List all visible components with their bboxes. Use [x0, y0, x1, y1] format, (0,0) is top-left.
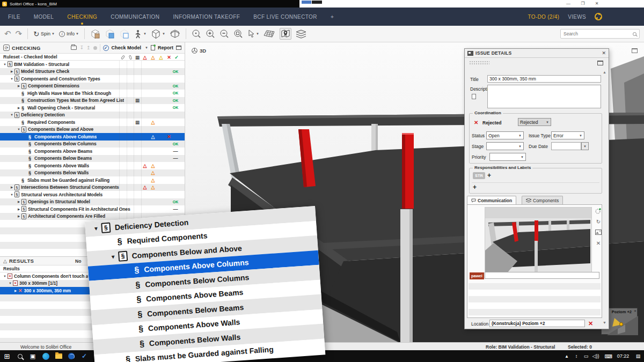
show-all-cube-icon[interactable]: [90, 29, 100, 39]
comment-input[interactable]: [485, 272, 599, 279]
rejected-column-icon[interactable]: ✕: [165, 54, 173, 61]
clear-location-icon[interactable]: ✕: [588, 320, 593, 327]
expander-icon[interactable]: [125, 285, 135, 285]
menu-item-bcf-live-connector[interactable]: BCF LIVE CONNECTOR: [253, 14, 317, 20]
checking-tree-row[interactable]: §Components Below ColumnsOK: [0, 141, 185, 148]
tray-chevron-icon[interactable]: ▲: [562, 350, 571, 362]
rejected-select[interactable]: Rejected▼: [518, 118, 551, 126]
expander-icon[interactable]: ▶: [16, 200, 21, 203]
expander-icon[interactable]: ▼: [9, 113, 14, 116]
tab-components[interactable]: Components: [522, 196, 563, 204]
edge-icon[interactable]: [40, 350, 52, 362]
spin-button[interactable]: ↻Spin▼: [33, 30, 55, 38]
minimap-close-icon[interactable]: ✕: [634, 309, 636, 313]
section-box-icon[interactable]: [170, 29, 180, 39]
view-cube-button[interactable]: ▼: [151, 29, 165, 39]
expander-icon[interactable]: ▼: [91, 225, 102, 232]
task-view-icon[interactable]: ▣: [27, 350, 39, 362]
expander-icon[interactable]: ▶: [9, 186, 14, 189]
due-date-input[interactable]: [551, 142, 581, 150]
checking-tree-row[interactable]: §High Walls Have Must Be Thick EnoughOK: [0, 90, 185, 97]
paperclip2-icon[interactable]: [127, 54, 134, 61]
expander-icon[interactable]: ▼: [16, 128, 21, 131]
search-input[interactable]: [564, 31, 633, 36]
description-doc-icon[interactable]: [472, 94, 476, 99]
layers-button[interactable]: [296, 29, 306, 39]
todo-button[interactable]: TO-DO (2/4): [528, 14, 560, 20]
zoom-in-button[interactable]: [206, 29, 215, 39]
start-button[interactable]: ⊞: [1, 350, 13, 362]
search-box[interactable]: [560, 29, 640, 39]
checking-tree-row[interactable]: ▶§Model Structure CheckOK: [0, 68, 185, 76]
solibri-menu-icon[interactable]: [595, 13, 602, 20]
taskbar-search-icon[interactable]: [14, 350, 26, 362]
file-explorer-icon[interactable]: [53, 350, 64, 362]
check-app-icon[interactable]: ✓: [78, 350, 90, 362]
tab-communication[interactable]: Communication: [467, 196, 516, 204]
severity-red-icon[interactable]: △: [141, 54, 149, 61]
expander-icon[interactable]: ▼: [2, 63, 8, 66]
menu-item-communication[interactable]: COMMUNICATION: [111, 14, 159, 20]
report-icon[interactable]: [151, 45, 155, 50]
due-date-picker-button[interactable]: ▼: [581, 142, 589, 150]
menu-item-information-takeoff[interactable]: INFORMATION TAKEOFF: [173, 14, 240, 20]
add-label-button[interactable]: +: [473, 183, 477, 191]
checking-tree-row[interactable]: §Slabs must be Guarded against Falling△: [0, 176, 185, 184]
checking-tree-row[interactable]: ▶§Component DimensionsOK: [0, 83, 185, 90]
checking-tree-row[interactable]: ▼§BIM Validation - Structural: [0, 61, 185, 68]
expander-icon[interactable]: [128, 329, 138, 330]
float-view-icon[interactable]: [632, 48, 638, 53]
transparent-cube-icon[interactable]: [119, 29, 129, 39]
redo-button[interactable]: ↷: [16, 29, 23, 39]
issue-details-close-icon[interactable]: ✕: [602, 50, 606, 56]
checking-tree-row[interactable]: §Components Above Walls△△: [0, 162, 185, 169]
checking-tree-row[interactable]: ▶§Structural Components Fit in Architect…: [0, 205, 185, 213]
zoom-window-button[interactable]: [233, 29, 243, 39]
undo-button[interactable]: ↶: [4, 29, 11, 39]
checking-tree-row[interactable]: ▼§Deficiency Detection: [0, 112, 185, 119]
minimize-button[interactable]: —: [562, 1, 574, 7]
issue-type-select[interactable]: Error▼: [551, 131, 584, 139]
checking-tree-row[interactable]: ▶§Wall Opening Check - StructuralOK: [0, 104, 185, 112]
stage-select[interactable]: ▼: [486, 142, 524, 150]
paperclip-icon[interactable]: [119, 54, 127, 61]
tray-speaker-icon[interactable]: ◁)): [591, 350, 600, 362]
priority-select[interactable]: ▼: [489, 153, 526, 161]
location-input[interactable]: (Konstrukcja) Poziom +2: [489, 320, 585, 327]
expander-icon[interactable]: ▼: [9, 193, 14, 196]
zoom-extents-button[interactable]: [192, 29, 201, 39]
export-icon[interactable]: ↥: [86, 45, 91, 50]
views-button[interactable]: VIEWS: [568, 14, 586, 20]
checking-tree-row[interactable]: §Components Above Columns△✕: [0, 133, 185, 141]
checking-tree-row[interactable]: §Components Below Walls△: [0, 169, 185, 177]
status-select[interactable]: Open▼: [486, 131, 524, 139]
footprint-plane-icon[interactable]: [264, 29, 275, 38]
check-model-icon[interactable]: ✓: [103, 45, 109, 51]
report-button[interactable]: Report: [158, 45, 173, 50]
issue-title-input[interactable]: 300 x 300mm, 350 mm: [487, 75, 601, 83]
maximize-panel-icon[interactable]: [176, 46, 181, 50]
expander-icon[interactable]: [129, 344, 140, 344]
expander-icon[interactable]: ▼: [8, 282, 13, 285]
record-icon[interactable]: [93, 46, 97, 50]
description-textarea[interactable]: [487, 85, 601, 108]
checking-tree-row[interactable]: ▼§Components and Construction Types: [0, 75, 185, 83]
close-button[interactable]: ✕: [591, 1, 603, 7]
hide-cube-icon[interactable]: [105, 29, 115, 39]
open-ruleset-icon[interactable]: [71, 46, 77, 50]
severity-yellow-icon[interactable]: △: [157, 54, 165, 61]
menu-item-[interactable]: +: [331, 14, 334, 20]
image-icon[interactable]: [595, 230, 602, 236]
menu-item-checking[interactable]: CHECKING: [67, 14, 97, 20]
maximize-button[interactable]: ❐: [577, 1, 589, 7]
import-icon[interactable]: ↧: [79, 45, 84, 50]
checking-tree-row[interactable]: ▼§Structural versus Architectural Models: [0, 191, 185, 198]
add-responsibility-button[interactable]: +: [487, 172, 491, 179]
walk-mode-button[interactable]: ▼: [134, 29, 147, 39]
refresh-snapshot-icon[interactable]: ↻: [595, 219, 602, 225]
expander-icon[interactable]: ▶: [16, 215, 21, 218]
expander-icon[interactable]: [127, 314, 137, 315]
responsibility-badge[interactable]: STR: [473, 172, 485, 179]
tray-updown-icon[interactable]: ↕: [572, 350, 581, 362]
checking-tree-row[interactable]: §Components Above Beams—: [0, 147, 185, 155]
